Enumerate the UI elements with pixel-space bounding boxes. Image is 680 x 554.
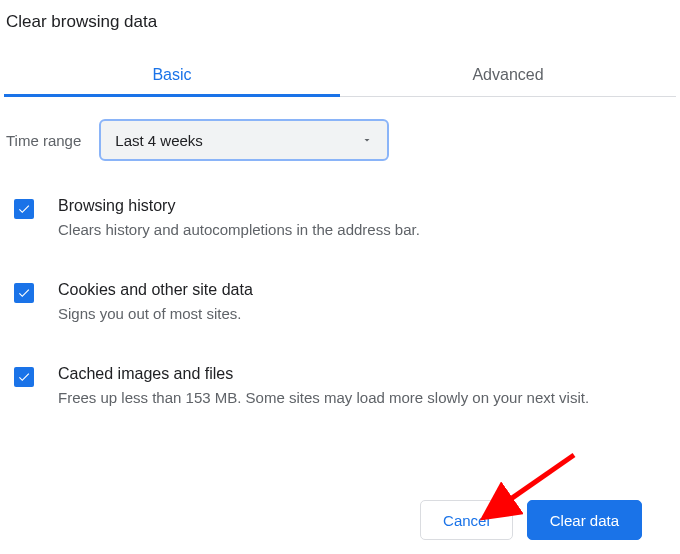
option-title: Browsing history [58,197,666,215]
option-text: Browsing history Clears history and auto… [58,197,666,241]
checkbox-browsing-history[interactable] [14,199,34,219]
tab-bar: Basic Advanced [4,54,676,97]
option-text: Cookies and other site data Signs you ou… [58,281,666,325]
option-text: Cached images and files Frees up less th… [58,365,666,409]
tab-label: Advanced [472,66,543,83]
checkmark-icon [17,286,31,300]
tab-basic[interactable]: Basic [4,54,340,96]
time-range-label: Time range [6,132,81,149]
tab-label: Basic [152,66,191,83]
option-title: Cached images and files [58,365,666,383]
chevron-down-icon [361,132,373,149]
checkbox-cache[interactable] [14,367,34,387]
options-list: Browsing history Clears history and auto… [4,167,676,408]
dialog-buttons: Cancel Clear data [420,500,642,540]
button-label: Cancel [443,512,490,529]
option-browsing-history: Browsing history Clears history and auto… [14,197,666,241]
checkbox-cookies[interactable] [14,283,34,303]
option-description: Signs you out of most sites. [58,303,666,325]
option-title: Cookies and other site data [58,281,666,299]
time-range-select[interactable]: Last 4 weeks [99,119,389,161]
checkmark-icon [17,370,31,384]
time-range-value: Last 4 weeks [115,132,203,149]
option-description: Frees up less than 153 MB. Some sites ma… [58,387,666,409]
button-label: Clear data [550,512,619,529]
option-description: Clears history and autocompletions in th… [58,219,666,241]
tab-advanced[interactable]: Advanced [340,54,676,96]
clear-data-button[interactable]: Clear data [527,500,642,540]
cancel-button[interactable]: Cancel [420,500,513,540]
time-range-row: Time range Last 4 weeks [4,97,676,167]
option-cookies: Cookies and other site data Signs you ou… [14,281,666,325]
dialog-title: Clear browsing data [4,10,676,44]
clear-browsing-data-dialog: Clear browsing data Basic Advanced Time … [0,0,680,408]
checkmark-icon [17,202,31,216]
option-cache: Cached images and files Frees up less th… [14,365,666,409]
